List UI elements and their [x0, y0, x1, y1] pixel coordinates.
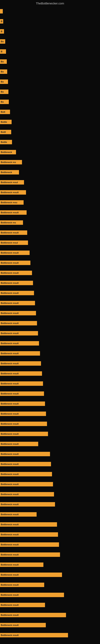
bar-label: Bottleneck result	[1, 372, 19, 375]
bar-label: Bo	[1, 40, 4, 43]
bar-label: Bottleneck result	[1, 332, 19, 334]
bar-item: Bottleneck res	[0, 160, 22, 164]
bar-label: Bottleneck result	[1, 533, 19, 536]
bar-label: Bo	[1, 60, 4, 63]
bar-label: Bottleneck result	[1, 624, 19, 626]
bar-label: Bo	[1, 90, 4, 93]
bar-item: B	[0, 29, 4, 34]
bar-label: Bott	[1, 111, 5, 113]
bar-item: Bo	[0, 70, 7, 74]
bar-item: Bo	[0, 100, 9, 104]
bar-label: Bottleneck resul	[1, 242, 18, 244]
bar-item: Bottleneck result	[0, 281, 33, 285]
bar-item: Bottleneck result	[0, 422, 47, 426]
bar-item: Bottleneck result	[0, 210, 27, 215]
bar-item: Bottleneck resul	[0, 240, 28, 245]
bar-label: Bottleneck result	[1, 554, 19, 556]
bar-item: Bottleneck result	[0, 482, 53, 486]
bar-label: Bottleneck result	[1, 382, 19, 385]
bar-item: Bottleneck result	[0, 412, 46, 416]
bar-item: Bottle	[0, 120, 12, 124]
bar-label: Bo	[1, 100, 4, 103]
bar-item: Bottleneck result	[0, 341, 39, 346]
bar-item	[0, 9, 3, 14]
bar-label: Bottleneck resul	[1, 181, 18, 184]
bar-label: Bottleneck result	[1, 453, 19, 455]
bar-item: Bottleneck result	[0, 593, 64, 597]
bar-label: Bo	[1, 70, 4, 73]
bar-item: Bottleneck result	[0, 562, 43, 567]
bar-label: Bottleneck result	[1, 412, 19, 415]
bar-item: Bottleneck result	[0, 572, 62, 577]
bar-label: Bottleneck result	[1, 443, 19, 445]
bar-item: Bottleneck result	[0, 613, 66, 617]
bar-label: Bottleneck result	[1, 292, 19, 294]
bar-item: Bottleneck result	[0, 311, 36, 315]
bar-item: Bottleneck res	[0, 220, 23, 225]
bar-label: Bottleneck result	[1, 312, 19, 314]
bar-item: Bottleneck result	[0, 230, 27, 235]
bar-label: Bottleneck result	[1, 594, 19, 596]
bar-label: Bottleneck result	[1, 503, 19, 506]
bar-item: Bottleneck result	[0, 452, 50, 456]
bar-label: Bottleneck result	[1, 463, 19, 465]
bar-label: Bottleneck result	[1, 232, 19, 234]
bar-label: Bottleneck result	[1, 191, 19, 194]
bar-item: Bottleneck resul	[0, 180, 24, 184]
bar-label: B	[1, 30, 2, 32]
bar-item: Bottleneck result	[0, 392, 44, 396]
bar-label: Bottleneck result	[1, 272, 19, 274]
bar-label: Bottleneck	[1, 151, 12, 153]
bar-label: Bottle	[1, 141, 7, 143]
bar-label: Bottleneck result	[1, 262, 19, 264]
bar-item: Bottleneck result	[0, 361, 41, 366]
bar-item: Bottleneck result	[0, 633, 68, 637]
bar-item: Bottl	[0, 130, 11, 134]
site-title: TheBottlenecker.com	[36, 2, 64, 5]
bar-label: Bottleneck result	[1, 523, 19, 526]
bar-label: Bottle	[1, 121, 7, 123]
bar-label: Bottleneck result	[1, 513, 19, 516]
bar-item: Bottle	[0, 140, 12, 144]
bar-item: Bottleneck result	[0, 371, 42, 376]
bar-item: Bo	[0, 39, 5, 44]
bar-item: Bottleneck result	[0, 502, 55, 506]
bar-item: Bottleneck result	[0, 603, 45, 607]
bar-item: Bottleneck result	[0, 301, 35, 305]
bar-label: Bottleneck res	[1, 161, 16, 164]
bar-label: B	[1, 50, 2, 53]
bar-item: Bottleneck	[0, 170, 19, 174]
bar-label: Bottleneck result	[1, 493, 19, 496]
bar-label: Bottleneck result	[1, 634, 19, 636]
bar-label: Bottleneck	[1, 171, 12, 174]
bar-item: B	[0, 49, 6, 54]
bar-item: Bottleneck result	[0, 190, 26, 194]
bar-label: Bottleneck result	[1, 252, 19, 254]
bar-label: Bottleneck result	[1, 584, 19, 586]
bar-item: Bottleneck result	[0, 532, 58, 537]
bar-label: Bottleneck result	[1, 352, 19, 354]
bar-item: Bottleneck result	[0, 291, 34, 295]
bar-label: Bottleneck result	[1, 574, 19, 576]
bar-item: Bo	[0, 80, 8, 84]
bar-label: Bottleneck result	[1, 433, 19, 435]
bar-item: Bottleneck result	[0, 432, 48, 436]
bar-item: Bottleneck result	[0, 321, 37, 326]
bar-label: Bottleneck result	[1, 402, 19, 405]
bar-label: Bottleneck result	[1, 342, 19, 344]
bar-item: Bottleneck result	[0, 582, 44, 587]
bar-item: Bottleneck result	[0, 331, 38, 336]
bar-label: Bottleneck res	[1, 222, 16, 224]
bar-item: Bottleneck result	[0, 250, 30, 255]
bar-item: Bott	[0, 110, 10, 114]
bar-item: Bo	[0, 90, 8, 94]
bar-label: Bottleneck result	[1, 614, 19, 616]
bar-label: Bottleneck result	[1, 362, 19, 365]
bar-item: Bottleneck result	[0, 402, 45, 406]
bar-label: Bottleneck result	[1, 282, 19, 284]
bar-item: Bottleneck result	[0, 522, 57, 527]
bar-item: Bottleneck resu	[0, 200, 24, 205]
bar-label: Bottleneck result	[1, 392, 19, 395]
bar-item: Bottleneck result	[0, 552, 60, 557]
bar-label: Bottleneck result	[1, 604, 19, 606]
